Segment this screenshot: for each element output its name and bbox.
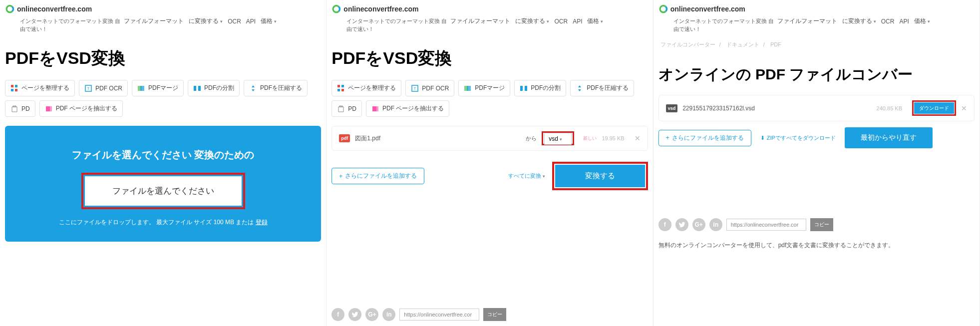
tool-ocr[interactable]: TPDF OCR xyxy=(79,80,128,96)
svg-rect-2 xyxy=(11,89,13,91)
chevron-down-icon: ▾ xyxy=(560,137,562,142)
remove-file-icon[interactable]: ✕ xyxy=(635,134,641,142)
share-url-input[interactable] xyxy=(399,309,479,321)
header: onlineconvertfree.com xyxy=(658,0,975,16)
drop-title: ファイルを選んでください 変換のための xyxy=(15,148,311,162)
svg-rect-7 xyxy=(140,86,144,91)
choose-highlight: ファイルを選んでください xyxy=(81,173,245,209)
add-more-button[interactable]: +さらにファイルを追加する xyxy=(658,130,751,146)
nav-api[interactable]: API xyxy=(246,18,256,25)
nav-file-format[interactable]: ファイルフォーマット xyxy=(450,17,510,25)
linkedin-icon[interactable]: in xyxy=(709,218,722,231)
nav-convert-to[interactable]: に変換する▾ xyxy=(515,17,549,25)
linkedin-icon[interactable]: in xyxy=(382,308,395,321)
twitter-icon[interactable] xyxy=(675,218,688,231)
nav-convert-to[interactable]: に変換する▾ xyxy=(842,17,876,25)
svg-rect-14 xyxy=(337,89,340,91)
nav-api[interactable]: API xyxy=(573,18,582,25)
chevron-down-icon: ▾ xyxy=(543,174,545,179)
panel-step1: onlineconvertfree.com インターネットでのフォーマット変換 … xyxy=(0,0,327,326)
merge-icon xyxy=(137,84,145,92)
ocr-icon: T xyxy=(411,84,419,92)
add-more-button[interactable]: +さらにファイルを追加する xyxy=(331,168,424,184)
nav-price[interactable]: 価格▾ xyxy=(914,17,930,25)
chevron-down-icon: ▾ xyxy=(874,19,876,24)
trash-icon xyxy=(10,105,18,113)
tool-ocr[interactable]: TPDF OCR xyxy=(405,80,454,96)
compress-icon xyxy=(249,84,257,92)
remove-file-icon[interactable]: ✕ xyxy=(961,104,967,112)
copy-button[interactable]: コピー xyxy=(810,218,833,231)
nav-price[interactable]: 価格▾ xyxy=(261,17,277,25)
nav-ocr[interactable]: OCR xyxy=(881,18,895,25)
facebook-icon[interactable]: f xyxy=(331,308,344,321)
nav-api[interactable]: API xyxy=(899,18,909,25)
svg-text:T: T xyxy=(87,86,90,91)
merge-icon xyxy=(464,84,472,92)
register-link[interactable]: 登録 xyxy=(256,219,268,226)
breadcrumb-item[interactable]: PDF xyxy=(770,41,781,47)
tool-split[interactable]: PDFの分割 xyxy=(514,80,566,96)
trash-icon xyxy=(337,105,345,113)
tool-merge[interactable]: PDFマージ xyxy=(458,80,510,96)
extract-icon xyxy=(371,105,379,113)
convert-button[interactable]: 変換する xyxy=(555,165,645,187)
social-row: f G+ in コピー xyxy=(331,308,506,321)
site-name: onlineconvertfree.com xyxy=(670,5,745,13)
breadcrumb-item[interactable]: ファイルコンバーター xyxy=(660,41,715,47)
svg-rect-8 xyxy=(194,86,196,91)
header: onlineconvertfree.com xyxy=(5,0,321,16)
logo[interactable]: onlineconvertfree.com xyxy=(331,4,418,14)
tool-extract[interactable]: PDF ページを抽出する xyxy=(39,100,123,117)
nav-convert-to[interactable]: に変換する▾ xyxy=(189,17,223,25)
tool-pd[interactable]: PD xyxy=(5,100,35,117)
tagline: インターネットでのフォーマット変換 自 ファイルフォーマット に変換する▾ OC… xyxy=(658,16,975,36)
to-label: から xyxy=(526,135,537,142)
tool-split[interactable]: PDFの分割 xyxy=(188,80,240,96)
file-name: 図面1.pdf xyxy=(355,134,521,143)
svg-rect-9 xyxy=(198,86,201,91)
header: onlineconvertfree.com xyxy=(331,0,648,16)
format-select[interactable]: vsd ▾ xyxy=(544,133,572,145)
result-file-size: 240.85 KB xyxy=(877,105,902,111)
nav-file-format[interactable]: ファイルフォーマット xyxy=(777,17,837,25)
svg-rect-20 xyxy=(520,86,523,91)
nav-ocr[interactable]: OCR xyxy=(554,18,568,25)
vsd-badge-icon: vsd xyxy=(666,104,678,112)
logo[interactable]: onlineconvertfree.com xyxy=(658,4,745,14)
restart-button[interactable]: 最初からやり直す xyxy=(845,127,933,148)
zip-download-link[interactable]: ⬇ZIPですべてをダウンロード xyxy=(760,134,836,142)
download-button[interactable]: ダウンロード xyxy=(914,102,954,114)
tool-compress[interactable]: PDFを圧縮する xyxy=(244,80,308,96)
tool-extract[interactable]: PDF ページを抽出する xyxy=(366,100,449,117)
new-label: 新しい xyxy=(583,135,597,142)
chevron-down-icon: ▾ xyxy=(928,19,930,24)
twitter-icon[interactable] xyxy=(348,308,361,321)
facebook-icon[interactable]: f xyxy=(658,218,671,231)
copy-button[interactable]: コピー xyxy=(483,308,506,321)
svg-rect-19 xyxy=(467,86,471,91)
google-plus-icon[interactable]: G+ xyxy=(365,308,378,321)
result-file-name: 229155179233157162l.vsd xyxy=(682,105,871,112)
nav-ocr[interactable]: OCR xyxy=(228,18,241,25)
google-plus-icon[interactable]: G+ xyxy=(692,218,705,231)
page-title: オンラインの PDF ファイルコンバー xyxy=(658,53,975,95)
logo-icon xyxy=(658,4,668,14)
tool-organize[interactable]: ページを整理する xyxy=(5,80,75,96)
tool-merge[interactable]: PDFマージ xyxy=(132,80,184,96)
svg-rect-23 xyxy=(374,106,378,111)
nav-file-format[interactable]: ファイルフォーマット xyxy=(124,17,184,25)
svg-rect-3 xyxy=(15,89,17,91)
logo[interactable]: onlineconvertfree.com xyxy=(5,4,92,14)
tool-compress[interactable]: PDFを圧縮する xyxy=(570,80,634,96)
dropzone[interactable]: ファイルを選んでください 変換のための ファイルを選んでください ここにファイル… xyxy=(5,126,321,242)
extract-icon xyxy=(45,105,53,113)
choose-file-button[interactable]: ファイルを選んでください xyxy=(85,176,242,206)
nav-price[interactable]: 価格▾ xyxy=(587,17,603,25)
share-url-input[interactable] xyxy=(726,219,806,231)
chevron-down-icon: ▾ xyxy=(547,19,549,24)
convert-all-link[interactable]: すべてに変換▾ xyxy=(508,172,545,180)
tool-pd[interactable]: PD xyxy=(331,100,362,117)
breadcrumb-item[interactable]: ドキュメント xyxy=(726,41,759,47)
tool-organize[interactable]: ページを整理する xyxy=(331,80,401,96)
